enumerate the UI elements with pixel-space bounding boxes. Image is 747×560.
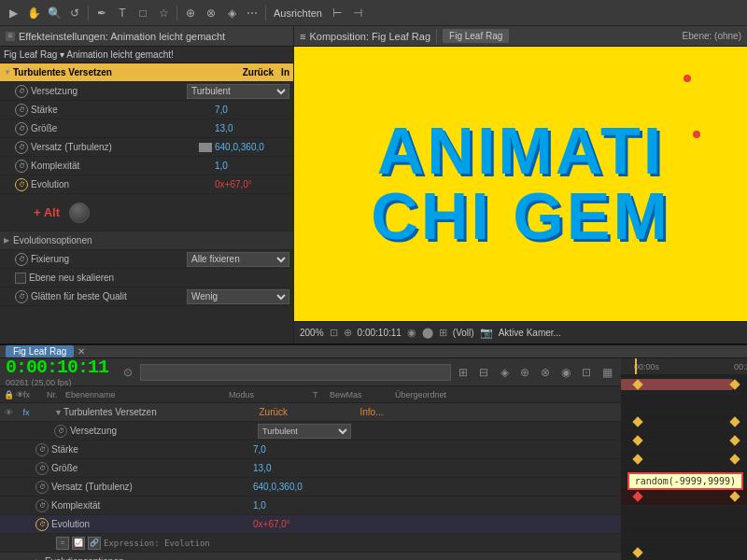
tl-ctrl4-icon[interactable]: ⊕ xyxy=(516,366,533,379)
comp-render-icon[interactable]: ◉ xyxy=(407,327,416,339)
canvas-text-line2: CHI GEM xyxy=(371,184,669,249)
layer-val-grose[interactable]: 13,0 xyxy=(253,463,337,473)
layer-vis-icon[interactable]: 👁 xyxy=(0,408,17,417)
align-icon1[interactable]: ⊢ xyxy=(328,4,346,22)
zoom-value[interactable]: 200% xyxy=(300,328,324,338)
komplexitat-value[interactable]: 1,0 xyxy=(215,161,289,171)
evolution-tl-stopwatch[interactable]: ⏱ xyxy=(35,518,49,531)
starke-value[interactable]: 7,0 xyxy=(215,105,289,115)
timeline-search-input[interactable] xyxy=(140,364,451,381)
layer-name-grose: Größe xyxy=(51,463,253,473)
comp-sep xyxy=(436,29,437,44)
time-marker-mid: 00:30s xyxy=(734,362,747,371)
expr-link-icon[interactable]: 🔗 xyxy=(88,537,101,550)
timeline-time-display[interactable]: 0:00:10:11 xyxy=(6,357,108,378)
alt-row: + Alt xyxy=(0,194,293,231)
align-icon2[interactable]: ⊣ xyxy=(348,4,367,22)
expr-edit-icon[interactable]: = xyxy=(56,537,69,550)
starke-tl-stopwatch[interactable]: ⏱ xyxy=(35,443,49,456)
tl-ctrl3-icon[interactable]: ◈ xyxy=(496,366,513,379)
versetzung-dropdown[interactable]: Turbulent xyxy=(187,84,289,99)
misc-icon1[interactable]: ⊕ xyxy=(181,4,200,22)
comp-camera-label[interactable]: Aktive Kamer... xyxy=(499,328,561,338)
hand-tool-icon[interactable]: ✋ xyxy=(24,4,43,22)
versatz-grid-icon xyxy=(199,143,212,152)
komplexitat-tl-stopwatch[interactable]: ⏱ xyxy=(35,499,49,512)
timeline-playhead[interactable] xyxy=(635,358,637,374)
pen-tool-icon[interactable]: ✒ xyxy=(92,4,111,22)
rotate-tool-icon[interactable]: ↺ xyxy=(65,4,84,22)
versetzung-label: Versetzung xyxy=(31,86,187,96)
versatz-stopwatch-icon[interactable]: ⏱ xyxy=(15,141,28,154)
comp-fit-icon[interactable]: ⊡ xyxy=(330,327,338,339)
tl-ctrl5-icon[interactable]: ⊗ xyxy=(537,366,554,379)
layer-row-starke: ⏱ Stärke 7,0 xyxy=(0,441,621,459)
evolutions-arrow-icon[interactable]: ▶ xyxy=(4,236,13,245)
comp-header: ≡ Komposition: Fig Leaf Rag Fig Leaf Rag… xyxy=(294,26,747,47)
comp-tab[interactable]: Fig Leaf Rag xyxy=(443,29,509,43)
comp-snap-icon[interactable]: ⊕ xyxy=(344,327,352,339)
versatz-value[interactable]: 640,0,360,0 xyxy=(215,142,289,152)
timeline-content: 0:00:10:11 00261 (25,00 fps) ⊙ ⊞ ⊟ ◈ ⊕ ⊗… xyxy=(0,358,747,560)
comp-close-button[interactable]: ≡ xyxy=(300,31,305,42)
timeline-controls: 0:00:10:11 00261 (25,00 fps) ⊙ ⊞ ⊟ ◈ ⊕ ⊗… xyxy=(0,358,621,386)
layer-fx-icon[interactable]: fx xyxy=(17,408,35,417)
tl-ctrl7-icon[interactable]: ⊡ xyxy=(578,366,595,379)
evolution-knob[interactable] xyxy=(69,203,90,223)
glatten-dropdown[interactable]: Wenig xyxy=(187,289,289,304)
comp-view-label[interactable]: (Voll) xyxy=(453,328,474,338)
misc-icon2[interactable]: ⊗ xyxy=(202,4,220,22)
komplexitat-stopwatch-icon[interactable]: ⏱ xyxy=(15,160,28,173)
panel-close-button[interactable]: ≡ xyxy=(6,32,15,41)
fixierung-dropdown[interactable]: Alle fixieren xyxy=(187,252,289,267)
tl-ctrl1-icon[interactable]: ⊞ xyxy=(455,366,472,379)
versetzung-stopwatch-icon[interactable]: ⏱ xyxy=(15,85,28,98)
tl-bar-row-versatz xyxy=(621,450,747,469)
grose-tl-stopwatch[interactable]: ⏱ xyxy=(35,462,49,475)
expr-graph-icon[interactable]: 📈 xyxy=(72,537,85,550)
grose-stopwatch-icon[interactable]: ⏱ xyxy=(15,122,28,135)
tl-ctrl6-icon[interactable]: ◉ xyxy=(557,366,574,379)
tl-ctrl8-icon[interactable]: ▦ xyxy=(599,366,615,379)
tl-ctrl2-icon[interactable]: ⊟ xyxy=(475,366,492,379)
layer-name-versetzung: Versetzung xyxy=(70,426,258,436)
shape-tool-icon[interactable]: □ xyxy=(134,4,152,22)
arrow-tool-icon[interactable]: ▶ xyxy=(4,4,22,22)
layer-val-komplexitat[interactable]: 1,0 xyxy=(253,500,337,511)
evolution-stopwatch-icon[interactable]: ⏱ xyxy=(15,178,28,191)
group-arrow-icon[interactable]: ▼ xyxy=(4,68,13,77)
fixierung-stopwatch-icon[interactable]: ⏱ xyxy=(15,253,28,266)
layer-val-starke[interactable]: 7,0 xyxy=(253,444,337,455)
comp-color-icon[interactable]: ⬤ xyxy=(422,327,433,339)
comp-cam-icon[interactable]: 📷 xyxy=(480,327,493,339)
puppet-tool-icon[interactable]: ☆ xyxy=(154,4,173,22)
versetzung-row: ⏱ Versetzung Turbulent xyxy=(0,82,293,101)
tl-solo-icon[interactable]: ⊙ xyxy=(120,366,136,379)
text-tool-icon[interactable]: T xyxy=(113,4,132,22)
layer-val-evolution[interactable]: 0x+67,0° xyxy=(253,519,337,529)
versetzung-tl-stopwatch[interactable]: ⏱ xyxy=(54,425,67,438)
timeline-time-header: 00:00s 00:30s xyxy=(621,358,747,375)
timeline-tab-close[interactable]: ✕ xyxy=(78,346,85,357)
versatz-tl-stopwatch[interactable]: ⏱ xyxy=(35,481,49,494)
evopt-arrow[interactable]: ▶ xyxy=(35,557,45,561)
ebene-checkbox[interactable] xyxy=(15,273,26,284)
comp-grid-icon[interactable]: ⊞ xyxy=(439,327,447,339)
composition-canvas[interactable]: ANIMATI CHI GEM xyxy=(294,47,747,321)
versetzung-tl-dropdown[interactable]: Turbulent xyxy=(258,424,351,439)
misc-icon4[interactable]: ⋯ xyxy=(243,4,261,22)
glatten-stopwatch-icon[interactable]: ⏱ xyxy=(15,290,28,303)
grose-value[interactable]: 13,0 xyxy=(215,123,289,133)
tl-bar-row-versetzung xyxy=(621,394,747,413)
evolution-value[interactable]: 0x+67,0° xyxy=(215,179,289,189)
starke-stopwatch-icon[interactable]: ⏱ xyxy=(15,104,28,117)
layer-val-versatz[interactable]: 640,0,360,0 xyxy=(253,482,337,492)
zurück-button[interactable]: Zurück xyxy=(243,67,274,77)
effect-group-header: ▼ Turbulentes Versetzen Zurück In xyxy=(0,63,293,82)
panel-tab-label[interactable]: Fig Leaf Rag ▾ Animation leicht gemacht! xyxy=(4,49,174,60)
misc-icon3[interactable]: ◈ xyxy=(222,4,241,22)
ebene-row: Ebene neu skalieren xyxy=(0,269,293,287)
tl-bar-row-expr: random(-9999,9999) xyxy=(621,506,747,525)
zoom-tool-icon[interactable]: 🔍 xyxy=(45,4,63,22)
layer-collapse-icon[interactable]: ▼ xyxy=(54,408,63,417)
